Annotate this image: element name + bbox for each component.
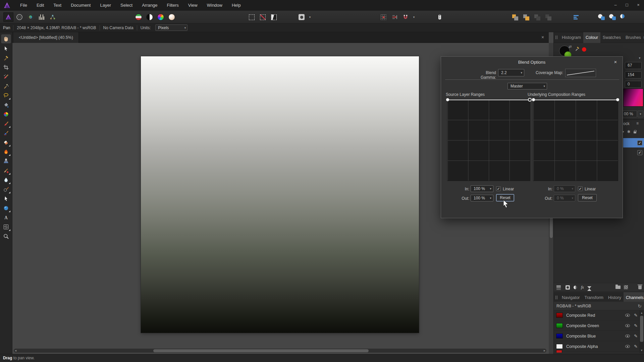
curve-node[interactable]	[532, 98, 535, 101]
order-backward-icon[interactable]	[532, 12, 542, 22]
menu-layer[interactable]: Layer	[95, 0, 116, 11]
blue-value-field[interactable]: 0	[625, 81, 642, 88]
tab-history[interactable]: History	[606, 292, 624, 303]
layer-row-selected[interactable]: ✓	[623, 138, 644, 147]
scroll-up-icon[interactable]: ▴	[639, 311, 644, 314]
tool-mesh-warp-tool[interactable]	[1, 223, 11, 231]
tool-erase-brush-tool[interactable]	[1, 138, 11, 147]
auto-colours-icon[interactable]	[133, 12, 144, 22]
eyedropper-icon[interactable]	[575, 46, 580, 51]
horizontal-scroll-thumb[interactable]	[153, 349, 369, 352]
tool-dodge-burn-brush-tool[interactable]	[1, 147, 11, 156]
panel-grip-icon[interactable]	[555, 36, 557, 39]
layers-stack-icon[interactable]	[556, 286, 561, 287]
scroll-down-icon[interactable]: ▾	[639, 349, 644, 352]
snapping-dropdown-icon[interactable]: ▾	[412, 15, 416, 19]
order-back-icon[interactable]	[543, 12, 553, 22]
underlying-in-select[interactable]: 0 % ▾	[554, 185, 575, 192]
tool-blur-brush-tool[interactable]	[1, 176, 11, 184]
tool-smudge-brush-tool[interactable]	[1, 185, 11, 194]
pencil-icon[interactable]: ✎	[634, 344, 638, 349]
channels-scroll-thumb[interactable]	[640, 316, 643, 342]
minimize-button[interactable]: –	[610, 0, 621, 11]
tool-node-tool[interactable]	[1, 194, 11, 203]
menu-file[interactable]: File	[15, 0, 32, 11]
tool-move-tool[interactable]	[1, 44, 11, 53]
curve-node[interactable]	[446, 98, 449, 101]
tab-brushes[interactable]: Brushes	[623, 32, 643, 43]
tab-colour[interactable]: Colour	[583, 32, 600, 43]
source-in-select[interactable]: 100 % ▾	[471, 185, 493, 192]
layer-visibility-checkbox[interactable]: ✓	[637, 150, 642, 155]
tab-transform[interactable]: Transform	[582, 292, 606, 303]
invert-selection-icon[interactable]	[269, 12, 279, 22]
mask-layer-icon[interactable]	[566, 285, 570, 290]
layer-visibility-checkbox[interactable]: ✓	[637, 140, 642, 145]
underlying-linear-checkbox[interactable]: ✓	[578, 186, 583, 191]
spare-colour-dot[interactable]	[582, 47, 586, 52]
close-window-button[interactable]: ×	[633, 0, 644, 11]
boolean-intersect-icon[interactable]	[619, 12, 629, 22]
tool-text-tool[interactable]: A	[1, 213, 11, 222]
layer-range-select[interactable]: Master ▾	[507, 83, 547, 89]
channel-row-composite-red[interactable]: Composite Red ✎	[554, 310, 639, 320]
source-ranges-graph[interactable]	[447, 99, 530, 181]
tab-navigator[interactable]: Navigator	[559, 292, 582, 303]
pixel-grid-icon[interactable]	[378, 12, 388, 22]
curve-node-selected[interactable]	[528, 98, 532, 102]
pencil-icon[interactable]: ✎	[634, 334, 638, 339]
layers-panel-menu-icon[interactable]: ≡	[636, 121, 639, 126]
assistant-icon[interactable]	[435, 12, 445, 22]
menu-view[interactable]: View	[183, 0, 202, 11]
snapping-magnet-icon[interactable]	[400, 12, 411, 22]
delete-layer-icon[interactable]	[638, 286, 642, 289]
document-canvas[interactable]	[141, 56, 419, 333]
menu-window[interactable]: Window	[202, 0, 227, 11]
fill-layer-icon[interactable]	[624, 285, 628, 289]
move-whole-pixels-icon[interactable]	[389, 12, 399, 22]
source-out-select[interactable]: 100 % ▾	[471, 195, 493, 201]
close-document-icon[interactable]: ×	[540, 35, 545, 40]
close-dialog-icon[interactable]: ×	[612, 59, 619, 65]
coverage-map-curve[interactable]	[565, 69, 596, 77]
eye-icon[interactable]	[625, 314, 630, 317]
liquify-persona-icon[interactable]	[14, 12, 24, 22]
tab-swatches[interactable]: Swatches	[600, 32, 623, 43]
deselect-icon[interactable]	[258, 12, 268, 22]
menu-document[interactable]: Document	[66, 0, 95, 11]
tone-mapping-persona-icon[interactable]	[37, 12, 47, 22]
export-persona-icon[interactable]	[48, 12, 58, 22]
tool-flood-fill-tool[interactable]	[1, 101, 11, 109]
channel-row-composite-alpha[interactable]: Composite Alpha ✎	[554, 342, 639, 352]
photo-persona-icon[interactable]	[3, 12, 13, 22]
refresh-icon[interactable]: ↻	[638, 302, 642, 310]
range-curve[interactable]	[447, 100, 530, 100]
adjustment-layer-icon[interactable]	[573, 285, 578, 290]
curve-node[interactable]	[616, 98, 619, 101]
auto-levels-icon[interactable]	[167, 12, 177, 22]
tool-paint-brush-tool[interactable]	[1, 119, 11, 128]
opacity-dropdown-icon[interactable]: ▾	[638, 111, 643, 117]
select-all-icon[interactable]	[247, 12, 257, 22]
boolean-subtract-icon[interactable]	[607, 12, 618, 22]
quick-mask-dropdown-icon[interactable]: ▾	[308, 15, 312, 19]
alignment-icon[interactable]	[571, 12, 581, 22]
source-linear-checkbox[interactable]: ✓	[496, 186, 501, 191]
quick-mask-icon[interactable]	[297, 12, 307, 22]
boolean-add-icon[interactable]	[596, 12, 606, 22]
layer-effects-icon[interactable]: fx	[581, 285, 584, 290]
opacity-field[interactable]: 00 %	[622, 111, 637, 117]
tab-histogram[interactable]: Histogram	[559, 32, 583, 43]
group-layers-icon[interactable]	[615, 286, 621, 289]
tool-flood-select-tool[interactable]	[1, 82, 11, 90]
gear-icon[interactable]: ✱	[627, 129, 631, 134]
channel-row-composite-blue[interactable]: Composite Blue ✎	[554, 331, 639, 341]
tool-selection-brush-tool[interactable]	[1, 72, 11, 81]
tool-shape-tool[interactable]	[1, 204, 11, 213]
eye-icon[interactable]	[625, 345, 630, 348]
pencil-icon[interactable]: ✎	[634, 323, 638, 328]
tool-colour-picker-tool[interactable]	[1, 54, 11, 62]
live-filter-icon[interactable]	[587, 286, 591, 289]
develop-persona-icon[interactable]	[25, 12, 36, 22]
tool-colour-replacement-brush-tool[interactable]	[1, 129, 11, 137]
